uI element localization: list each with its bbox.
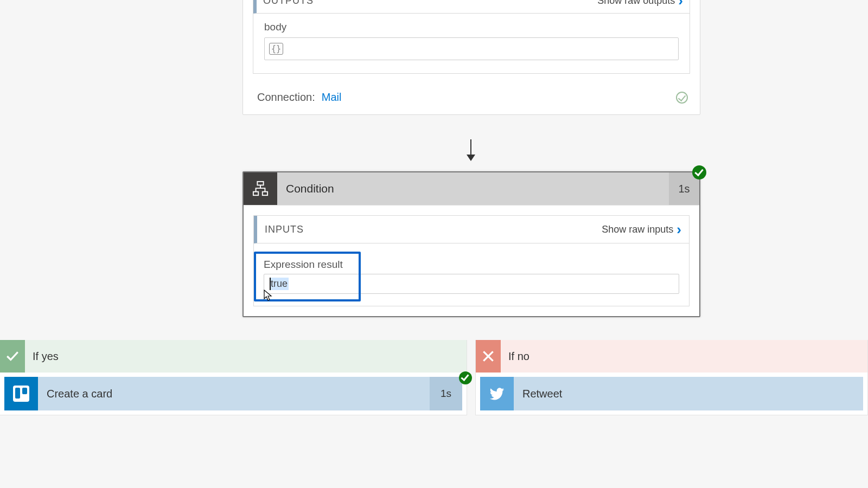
condition-title: Condition: [277, 172, 669, 205]
if-yes-branch: If yes Create a card 1s: [0, 340, 467, 415]
outputs-title: OUTPUTS: [263, 0, 314, 7]
outputs-section: OUTPUTS Show raw outputs › body {}: [253, 0, 690, 74]
body-label: body: [264, 21, 679, 33]
if-no-label: If no: [501, 340, 529, 373]
create-card-action[interactable]: Create a card 1s: [4, 377, 462, 410]
show-raw-inputs-label: Show raw inputs: [602, 224, 673, 235]
inputs-body: Expression result true: [254, 243, 689, 306]
condition-step-card[interactable]: Condition 1s INPUTS Show raw inputs › Ex…: [242, 171, 700, 317]
chevron-right-icon: ›: [676, 222, 681, 236]
previous-step-card: OUTPUTS Show raw outputs › body {} Conne…: [242, 0, 700, 115]
connection-link[interactable]: Mail: [322, 91, 342, 104]
inputs-title: INPUTS: [265, 224, 304, 235]
svg-rect-2: [263, 192, 267, 196]
checkmark-icon: [0, 340, 25, 373]
svg-rect-5: [22, 388, 27, 394]
if-no-branch: If no Retweet: [475, 340, 868, 415]
outputs-body: body {}: [253, 14, 690, 73]
if-no-action-row: Retweet: [476, 377, 867, 410]
expression-result-label: Expression result: [264, 259, 679, 271]
svg-rect-4: [15, 388, 20, 399]
trello-icon: [4, 377, 38, 410]
connection-label: Connection:: [257, 91, 315, 104]
x-icon: [476, 340, 501, 373]
condition-body: INPUTS Show raw inputs › Expression resu…: [244, 206, 699, 316]
svg-rect-0: [257, 182, 263, 185]
chevron-right-icon: ›: [678, 0, 683, 8]
success-badge-icon: [692, 165, 706, 179]
outputs-header: OUTPUTS Show raw outputs ›: [253, 0, 690, 14]
inputs-header: INPUTS Show raw inputs ›: [254, 216, 689, 243]
twitter-icon: [480, 377, 514, 410]
create-card-duration: 1s: [430, 377, 462, 410]
expression-result-value: true: [270, 278, 289, 290]
flow-arrow-icon: [470, 139, 471, 160]
condition-icon: [244, 172, 277, 205]
svg-rect-1: [253, 192, 258, 196]
retweet-action[interactable]: Retweet: [480, 377, 863, 410]
if-yes-label: If yes: [25, 340, 59, 373]
create-card-label: Create a card: [38, 377, 430, 410]
if-no-header[interactable]: If no: [476, 340, 867, 373]
if-yes-action-row: Create a card 1s: [0, 377, 467, 410]
expression-result-field[interactable]: true: [264, 274, 679, 294]
show-raw-outputs-label: Show raw outputs: [597, 0, 675, 7]
body-field[interactable]: {}: [264, 37, 679, 60]
show-raw-outputs-link[interactable]: Show raw outputs ›: [597, 0, 683, 8]
connection-ok-icon: [676, 92, 688, 104]
success-badge-icon: [459, 371, 472, 384]
connection-row: Connection: Mail: [243, 84, 700, 114]
condition-header[interactable]: Condition 1s: [244, 172, 699, 206]
inputs-section: INPUTS Show raw inputs › Expression resu…: [253, 215, 690, 306]
if-yes-header[interactable]: If yes: [0, 340, 467, 373]
retweet-label: Retweet: [514, 377, 863, 410]
json-object-icon: {}: [269, 43, 283, 55]
show-raw-inputs-link[interactable]: Show raw inputs ›: [602, 222, 681, 236]
